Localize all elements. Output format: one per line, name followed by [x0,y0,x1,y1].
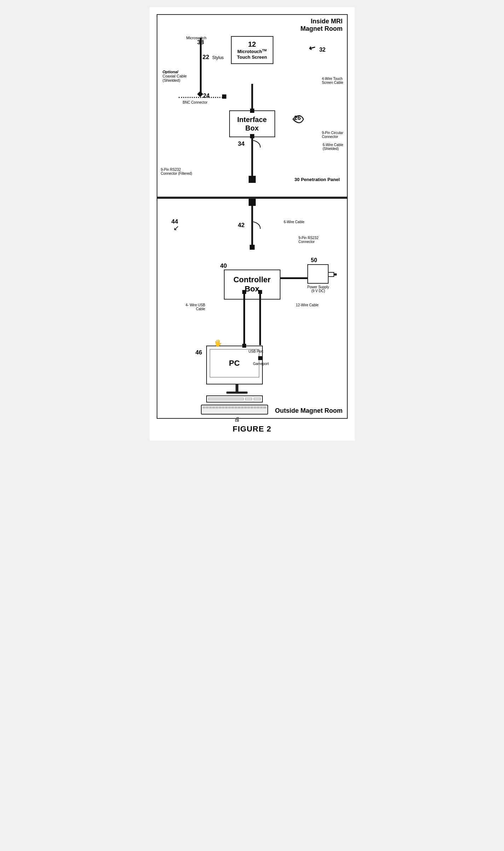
conn-sq-bottom-interface [250,134,254,138]
pin9-rs232-label: 9-Pin RS232 Connector [299,236,319,244]
wire6-cable-label: 6-Wire Cable [284,220,304,224]
controller-box: Controller Box [224,270,280,300]
wire12-line [259,292,261,345]
conn-sq-gameport [258,356,262,360]
bottom-region-label: Outside Magnet Room [275,407,342,415]
conn-sq-12wire-top [258,290,262,294]
num-32-label: 32 [319,47,326,53]
penetration-panel-label: 30 Penetration Panel [295,177,340,182]
top-region: Inside MRI Magnet Room 32 ↙ 12 Microtouc… [157,15,347,199]
wire4-touch-label: 4-Wire Touch Screen Cable [322,77,343,85]
conn-sq-usb-top [242,290,246,294]
curved-42-svg [253,222,264,231]
usb-line [243,292,245,345]
pc-front-ports [206,395,263,403]
diagram-outer: Inside MRI Magnet Room 32 ↙ 12 Microtouc… [157,14,348,419]
stylus-diamond [197,91,203,97]
page-container: Inside MRI Magnet Room 32 ↙ 12 Microtouc… [150,7,355,441]
conn-sq-usb-bottom [242,344,246,348]
touchscreen-box: 12 MicrotouchTM Touch Screen [231,36,273,64]
stylus-22-label: 22 Stylus [203,54,224,61]
power-supply: 50 Power Supply (9 V DC) [307,264,329,293]
interface-to-panel-line [251,138,253,179]
wire12-label: 12-Wire Cable [296,303,319,307]
num-44-container: 44 ↙ [172,218,178,225]
wire6-shielded-label: 6-Wire Cable (Shielded) [323,143,343,151]
num-24: 24 [203,93,210,99]
usb-port-label: USB Port [249,349,263,353]
panel-connector-sq [249,176,256,183]
bnc-label: BNC Connector [183,100,208,104]
to-controller-line [251,231,253,246]
stylus-line [200,38,202,94]
curved-34-svg [253,140,264,149]
wire4-usb-label: 4- Wire USB Cable [186,303,205,311]
conn-sq-top-interface [250,109,254,113]
ts-to-interface-line [251,84,253,109]
optional-coax-label: Optional Coaxial Cable (Shielded) [163,70,187,82]
pin9-circular-label: 9-Pin Circular Connector [322,131,343,139]
gameport-label: Gameport [253,362,269,366]
arrow-32: ↙ [307,42,317,53]
num-42: 42 [238,222,245,229]
h-line-power [280,277,309,279]
figure-caption: FIGURE 2 [157,424,348,434]
pin9-rs232-filtered-label: 9-Pin RS232 Connector (Filtered) [161,168,192,175]
num-40: 40 [220,262,227,270]
coaxial-dotted-line [179,97,223,98]
bottom-region: 44 ↙ 42 6-Wire Cable 9-Pin RS232 Connect… [157,199,347,418]
top-region-label: Inside MRI Magnet Room [301,18,343,33]
curved-connector-svg [293,110,307,128]
keyboard [201,405,268,415]
bottom-panel-sq [249,199,256,206]
interface-box: Interface Box [229,110,275,137]
bnc-connector-sq [222,94,226,99]
num-34: 34 [238,140,245,147]
